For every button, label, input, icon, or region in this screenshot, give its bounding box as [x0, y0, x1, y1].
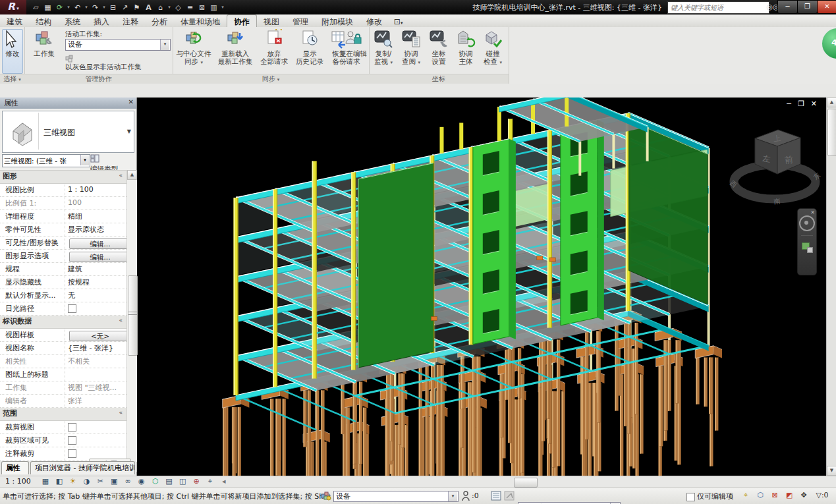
- tab-collaborate[interactable]: 协作: [227, 14, 257, 28]
- copy-monitor-button[interactable]: 复制/监视 ▾: [370, 29, 397, 67]
- type-selector[interactable]: 三维视图 ▼: [2, 111, 134, 153]
- reveal-constraints-icon[interactable]: ⌖: [204, 476, 215, 486]
- redo-icon[interactable]: ↷: [90, 2, 101, 13]
- property-row[interactable]: 默认分析显示...无: [0, 289, 126, 302]
- view-template-button[interactable]: <无>: [69, 331, 126, 341]
- tab-massing-site[interactable]: 体量和场地: [174, 15, 227, 28]
- active-workset-status-select[interactable]: 设备▾: [333, 491, 459, 502]
- crop-region-visible-checkbox[interactable]: [68, 436, 76, 445]
- property-row[interactable]: 图纸上的标题: [0, 368, 126, 381]
- drawing-area[interactable]: 上左前西南东 ─ ❐ ✕ ✕: [137, 98, 826, 476]
- open-icon[interactable]: ▱: [30, 2, 42, 13]
- application-menu-button[interactable]: R ▾: [0, 0, 26, 14]
- editable-only-checkbox[interactable]: [686, 493, 695, 501]
- communication-center-badge[interactable]: 40: [821, 27, 836, 60]
- temporary-hide-isolate-icon[interactable]: ∞: [123, 476, 134, 486]
- coordination-review-button[interactable]: 协调查阅 ▾: [398, 29, 424, 67]
- coordination-settings-button[interactable]: 坐标设置: [426, 29, 452, 65]
- section-icon[interactable]: ◇: [173, 2, 184, 13]
- infocenter-search-input[interactable]: [667, 1, 769, 14]
- relinquish-all-button[interactable]: 放弃全部请求: [257, 29, 291, 65]
- section-graphics[interactable]: 图形«: [0, 171, 126, 184]
- pgrid-scroll-thumb[interactable]: [128, 275, 138, 356]
- worksharing-display-icon[interactable]: ⬡: [150, 476, 161, 486]
- visual-style-icon[interactable]: ◧: [53, 476, 65, 486]
- select-underlay-elements-icon[interactable]: ⬡: [755, 491, 766, 499]
- thin-lines-icon[interactable]: ≡: [184, 2, 196, 13]
- property-row[interactable]: 裁剪视图: [0, 421, 126, 434]
- property-row[interactable]: 详细程度精细: [0, 210, 126, 223]
- sun-path-checkbox[interactable]: [68, 304, 76, 313]
- tab-structure[interactable]: 结构: [29, 15, 58, 28]
- tab-architecture[interactable]: 建筑: [0, 15, 29, 28]
- pgrid-scroll-up-icon[interactable]: ▲: [127, 170, 137, 180]
- tab-view[interactable]: 视图: [257, 15, 286, 28]
- view3d-dropdown-icon[interactable]: ▾: [167, 2, 172, 13]
- measure-icon[interactable]: ⊟: [107, 2, 119, 13]
- modify-button[interactable]: 修改: [2, 29, 23, 74]
- tab-analyze[interactable]: 分析: [145, 15, 174, 28]
- close-hidden-windows-icon[interactable]: ⊠: [196, 2, 208, 13]
- show-history-button[interactable]: 显示历史记录: [293, 29, 327, 65]
- view-restore-icon[interactable]: ❐: [798, 99, 804, 108]
- design-options-icon[interactable]: [491, 491, 502, 501]
- crop-view-icon[interactable]: ✂: [95, 476, 106, 486]
- vertical-scroll-thumb[interactable]: [827, 109, 836, 156]
- editing-requests-count[interactable]: :0: [472, 491, 479, 500]
- tab-annotate[interactable]: 注释: [116, 15, 145, 28]
- tab-insert[interactable]: 插入: [87, 15, 116, 28]
- property-row[interactable]: 视图样板<无>: [0, 329, 126, 342]
- panel-synchronize-label[interactable]: 同步 ▾: [173, 74, 369, 84]
- save-icon[interactable]: ▦: [42, 2, 53, 13]
- viewbar-expand-icon[interactable]: ◂: [218, 476, 229, 486]
- view-scale-button[interactable]: 1 : 100: [5, 477, 31, 486]
- tab-project-browser[interactable]: 项目浏览器 - 技师学院机电培训...: [30, 461, 135, 474]
- sun-path-icon[interactable]: ☀: [67, 476, 78, 486]
- customize-qat-icon[interactable]: ▾: [220, 2, 225, 13]
- tab-addins[interactable]: 附加模块: [315, 15, 360, 28]
- reveal-hidden-elements-icon[interactable]: ◉: [136, 476, 147, 486]
- crop-view-checkbox[interactable]: [68, 423, 76, 432]
- property-grid-scrollbar[interactable]: ▲ ▼: [126, 170, 137, 472]
- sync-with-central-button[interactable]: 与中心文件同步 ▾: [174, 29, 213, 67]
- sync-with-central-icon[interactable]: ⟳: [54, 2, 65, 13]
- scroll-up-icon[interactable]: ▲: [827, 98, 836, 107]
- horizontal-scroll-thumb[interactable]: [514, 478, 538, 488]
- sync-dropdown-icon[interactable]: ▾: [66, 2, 71, 13]
- worksets-button[interactable]: 工作集: [27, 29, 61, 57]
- select-pinned-elements-icon[interactable]: ⊠: [769, 491, 780, 499]
- view-minimize-icon[interactable]: ─: [787, 99, 791, 108]
- filter-icon[interactable]: ▽:0: [813, 491, 831, 499]
- switch-windows-icon[interactable]: ▥: [208, 2, 219, 13]
- gray-inactive-worksets-toggle[interactable]: 以灰色显示非活动工作集: [65, 55, 142, 72]
- drag-elements-on-selection-icon[interactable]: ✥: [798, 491, 809, 499]
- text-icon[interactable]: A: [143, 2, 154, 13]
- graphic-display-options-edit-button[interactable]: 编辑...: [69, 252, 126, 262]
- undo-icon[interactable]: ↶: [72, 2, 83, 13]
- tab-manage[interactable]: 管理: [286, 15, 315, 28]
- instance-caret-icon[interactable]: ▾: [80, 155, 89, 165]
- type-selector-caret-icon[interactable]: ▼: [127, 128, 131, 134]
- property-row[interactable]: 裁剪区域可见: [0, 434, 126, 447]
- worksets-status-icon[interactable]: [321, 491, 331, 501]
- minimize-button[interactable]: ─: [777, 0, 798, 14]
- tab-systems[interactable]: 系统: [58, 15, 87, 28]
- section-extents[interactable]: 范围«: [0, 408, 126, 421]
- select-elements-by-face-icon[interactable]: ◩: [784, 491, 794, 499]
- navbar-close-icon[interactable]: ✕: [810, 210, 815, 215]
- scroll-down-icon[interactable]: ▼: [827, 466, 836, 476]
- property-row[interactable]: 规程建筑: [0, 263, 126, 276]
- default-3d-view-icon[interactable]: ⌂: [155, 2, 166, 13]
- restore-button[interactable]: ❐: [797, 0, 818, 14]
- highlight-displacement-icon[interactable]: ⊕: [191, 476, 202, 486]
- edit-type-button[interactable]: 编辑类型: [90, 154, 134, 166]
- property-row[interactable]: 日光路径: [0, 302, 126, 316]
- active-workset-select[interactable]: 设备▾: [65, 39, 171, 51]
- editing-requests-status-icon[interactable]: [461, 491, 470, 501]
- detail-level-icon[interactable]: ▦: [40, 476, 51, 486]
- visibility-graphics-edit-button[interactable]: 编辑...: [69, 238, 126, 249]
- properties-header[interactable]: 属性 ✕: [0, 98, 136, 109]
- show-crop-region-icon[interactable]: ▣: [109, 476, 120, 486]
- reload-latest-button[interactable]: 重新载入最新工作集: [215, 29, 256, 65]
- tab-modify[interactable]: 修改: [360, 15, 389, 28]
